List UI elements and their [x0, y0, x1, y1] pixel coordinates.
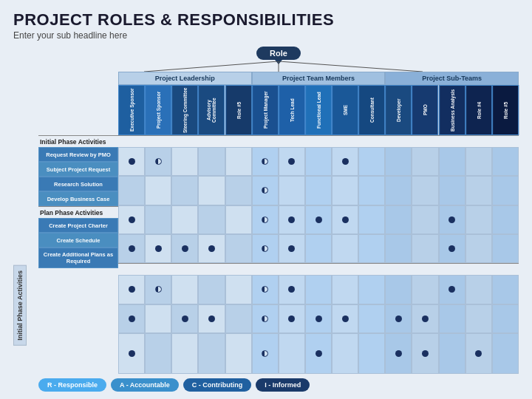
- cell-ca-t3: [305, 333, 332, 374]
- dot-half: [262, 316, 268, 322]
- col-project-sponsor: Project Sponsor: [145, 85, 171, 135]
- cell-cc-s4: [466, 275, 492, 304]
- cell-d-s4: [466, 234, 492, 263]
- cell-d-l1: [118, 234, 145, 263]
- cell-ca-l1: [118, 333, 145, 374]
- cell-r-t5: [358, 205, 385, 234]
- legend-a-label: A - Accountable: [120, 381, 170, 389]
- cell-cc-l2: [145, 275, 171, 304]
- cell-d-t4: [332, 234, 358, 263]
- cell-req-l2: [145, 147, 171, 176]
- cell-req-l4: [198, 147, 225, 176]
- cell-s-s1: [385, 176, 412, 205]
- dot: [316, 216, 322, 223]
- cell-cc-s2: [412, 275, 438, 304]
- cell-s-l3: [171, 176, 198, 205]
- cell-ca-t1: [252, 333, 279, 374]
- dot: [449, 245, 455, 252]
- legend-informed: I - Informed: [256, 378, 310, 392]
- cell-r-t4: [332, 205, 358, 234]
- row-cc-team: [252, 275, 386, 304]
- cell-req-t4: [332, 147, 358, 176]
- cell-s-s4: [466, 176, 492, 205]
- row-labels: Initial Phase Activities Request Review …: [38, 135, 118, 374]
- cell-s-t4: [332, 176, 358, 205]
- team-col-headers: Project Manager Tech Lead Functional Lea…: [252, 85, 386, 135]
- row-create-charter: [118, 275, 519, 304]
- row-cc-sub: [385, 275, 519, 304]
- activity-label-request-review: Request Review by PMO: [38, 147, 118, 162]
- subtitle: Enter your sub headline here: [13, 30, 519, 41]
- col-project-manager: Project Manager: [252, 85, 279, 135]
- row-req-leadership: [118, 147, 252, 176]
- row-req-sub: [385, 147, 519, 176]
- legend-responsible: R - Responsible: [38, 378, 106, 392]
- cell-cc-t3: [305, 275, 332, 304]
- legend-i-label: I - Informed: [265, 381, 301, 389]
- cell-d-l5: [225, 234, 252, 263]
- dot: [422, 350, 429, 357]
- dot: [342, 158, 349, 165]
- col-role5-l: Role #5: [225, 85, 252, 135]
- legend-r-label: R - Responsible: [47, 381, 98, 389]
- cell-r-l3: [171, 205, 198, 234]
- section-label-plan: Plan Phase Activities: [38, 206, 118, 218]
- cell-r-l5: [225, 205, 252, 234]
- role-badge: Role: [256, 47, 301, 60]
- col-group-header-subteams: Project Sub-Teams: [385, 72, 519, 85]
- cell-ca-l4: [198, 333, 225, 374]
- col-role5-s: Role #5: [492, 85, 519, 135]
- row-dbc-team: [252, 234, 386, 263]
- dot: [155, 245, 162, 252]
- cell-d-t5: [358, 234, 385, 263]
- cell-cc-s1: [385, 275, 412, 304]
- cell-req-t2: [279, 147, 305, 176]
- cell-cc-l1: [118, 275, 145, 304]
- cell-d-l2: [145, 234, 171, 263]
- cell-s-s3: [439, 176, 466, 205]
- row-create-additional: [118, 333, 519, 374]
- cell-s-l4: [198, 176, 225, 205]
- cell-cs-s1: [385, 304, 412, 333]
- col-developer: Developer: [385, 85, 412, 135]
- dot: [129, 158, 135, 165]
- row-cs-team: [252, 304, 386, 333]
- dot: [449, 286, 455, 293]
- cell-ca-l5: [225, 333, 252, 374]
- cell-r-l1: [118, 205, 145, 234]
- cell-s-l1: [118, 176, 145, 205]
- cell-r-l2: [145, 205, 171, 234]
- col-functional-lead: Functional Lead: [305, 85, 332, 135]
- cell-s-s5: [492, 176, 519, 205]
- cell-r-s3: [439, 205, 466, 234]
- cell-cc-l4: [198, 275, 225, 304]
- cell-s-t2: [279, 176, 305, 205]
- activity-label-create-schedule: Create Schedule: [38, 233, 118, 248]
- legend-contributing: C - Contributing: [183, 378, 251, 392]
- cell-req-t3: [305, 147, 332, 176]
- dot: [182, 245, 188, 252]
- cell-req-s1: [385, 147, 412, 176]
- cell-cs-s3: [439, 304, 466, 333]
- col-role4: Role #4: [466, 85, 492, 135]
- cell-r-t2: [279, 205, 305, 234]
- cell-d-s1: [385, 234, 412, 263]
- row-subj-leadership: [118, 176, 252, 205]
- cell-cs-t5: [358, 304, 385, 333]
- cell-ca-s5: [492, 333, 519, 374]
- row-request-review: [118, 147, 519, 176]
- dot-half: [262, 286, 268, 293]
- col-pmo: PMO: [412, 85, 438, 135]
- dot: [342, 316, 349, 322]
- cell-req-s4: [466, 147, 492, 176]
- row-subj-sub: [385, 176, 519, 205]
- dot: [395, 350, 402, 357]
- cell-cc-t2: [279, 275, 305, 304]
- cell-ca-l3: [171, 333, 198, 374]
- cell-cc-t5: [358, 275, 385, 304]
- cell-d-l4: [198, 234, 225, 263]
- cell-cc-s5: [492, 275, 519, 304]
- cell-cs-l3: [171, 304, 198, 333]
- activity-label-create-charter: Create Project Charter: [38, 218, 118, 233]
- data-area: Initial Phase Activities Request Review …: [38, 135, 519, 374]
